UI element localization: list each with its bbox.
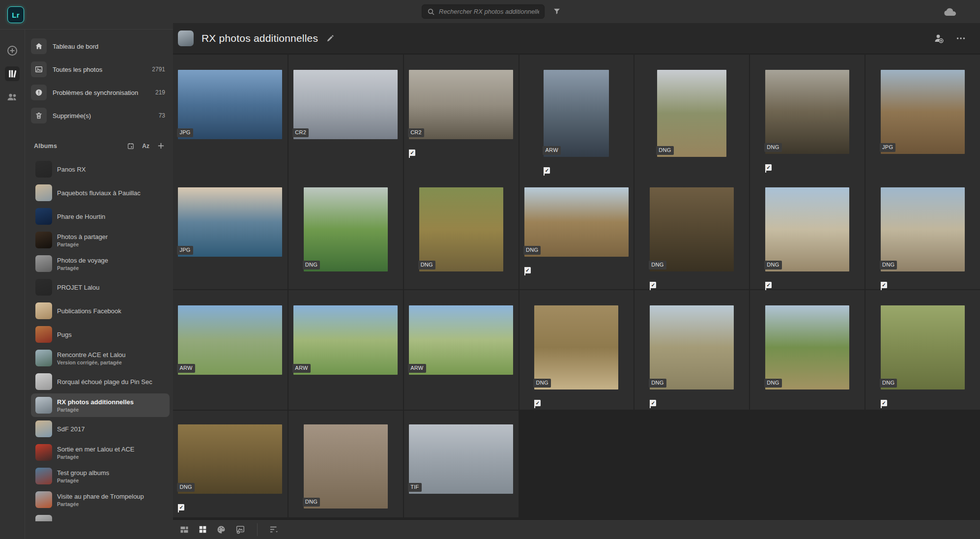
search-input[interactable]: [439, 8, 539, 15]
photo-cell: DNG: [173, 411, 288, 517]
photo-thumbnail[interactable]: DNG: [524, 187, 629, 257]
square-grid-view-button[interactable]: [198, 525, 207, 534]
picked-flag-icon[interactable]: [534, 400, 541, 406]
photo-thumbnail[interactable]: CR2: [409, 70, 513, 139]
sidebar-item-dashboard[interactable]: Tableau de bord: [31, 38, 173, 54]
picked-flag-icon[interactable]: [409, 150, 415, 156]
photo-thumbnail[interactable]: DNG: [304, 424, 388, 509]
album-thumbnail: [35, 302, 52, 319]
album-list-item[interactable]: Pugs: [31, 323, 170, 346]
album-list-item[interactable]: PROJET Lalou: [31, 275, 170, 299]
album-list-item[interactable]: RX photos additionnelles Partagée: [31, 393, 170, 417]
photo-thumbnail[interactable]: DNG: [881, 305, 965, 389]
photo-column: ARW: [544, 70, 609, 174]
photo-column: DNG: [304, 187, 388, 271]
cloud-sync-icon[interactable]: [944, 7, 957, 16]
edit-palette-button[interactable]: [216, 525, 226, 535]
album-list-item[interactable]: Sortie en mer Lalou et ACE Partagée: [31, 441, 170, 464]
albums-sort-az-icon[interactable]: Az: [142, 143, 149, 150]
photo-thumbnail[interactable]: DNG: [765, 305, 849, 389]
album-list-item[interactable]: Rorqual échoué plage du Pin Sec: [31, 370, 170, 393]
photo-thumbnail[interactable]: CR2: [293, 70, 398, 139]
file-type-badge: DNG: [523, 246, 541, 255]
search-bar: [422, 4, 545, 19]
photo-thumbnail[interactable]: DNG: [881, 187, 965, 271]
select-photos-button[interactable]: [235, 525, 246, 535]
more-options-icon[interactable]: [955, 33, 966, 44]
album-subtitle: Partagée: [57, 501, 144, 507]
photo-thumbnail[interactable]: DNG: [419, 187, 503, 271]
photo-thumbnail[interactable]: ARW: [293, 305, 398, 375]
shared-albums-button[interactable]: [5, 90, 20, 104]
photo-thumbnail[interactable]: ARW: [544, 70, 609, 157]
photo-thumbnail[interactable]: ARW: [409, 305, 513, 375]
photo-thumbnail[interactable]: DNG: [650, 305, 734, 389]
album-list-item[interactable]: Publications Facebook: [31, 299, 170, 323]
album-list-item[interactable]: Panos RX: [31, 157, 170, 181]
album-title: Rencontre ACE et Lalou: [57, 351, 125, 359]
album-list-item[interactable]: Rencontre ACE et Lalou Version corrigée,…: [31, 346, 170, 370]
file-type-badge: DNG: [177, 483, 194, 492]
photo-column: TIF: [409, 424, 513, 494]
photo-cell: DNG: [634, 55, 749, 174]
album-list-item[interactable]: Visite au phare de Trompeloup Partagée: [31, 488, 170, 511]
filter-funnel-icon[interactable]: [552, 7, 561, 16]
album-list-item[interactable]: Voile atmosphérique: [31, 511, 170, 521]
file-type-badge: DNG: [418, 261, 435, 270]
photo-thumbnail[interactable]: DNG: [765, 187, 849, 271]
photo-thumbnail[interactable]: JPG: [178, 187, 282, 257]
album-list-item[interactable]: Paquebots fluviaux à Pauillac: [31, 181, 170, 205]
photo-thumbnail[interactable]: JPG: [178, 70, 282, 139]
picked-flag-icon[interactable]: [881, 282, 887, 288]
album-list-item[interactable]: Photos à partager Partagée: [31, 228, 170, 252]
photo-thumbnail[interactable]: DNG: [304, 187, 388, 271]
photo-thumbnail[interactable]: DNG: [178, 424, 282, 494]
photo-column: DNG: [534, 305, 618, 406]
icon-rail: [0, 30, 25, 539]
photo-thumbnail[interactable]: DNG: [534, 305, 618, 389]
photo-thumbnail[interactable]: JPG: [881, 70, 965, 154]
file-type-badge: JPG: [177, 128, 193, 137]
photo-thumbnail[interactable]: DNG: [765, 70, 849, 154]
invite-people-icon[interactable]: [933, 32, 945, 44]
photo-thumbnail[interactable]: DNG: [650, 187, 734, 271]
sort-button[interactable]: [269, 525, 280, 534]
picked-flag-icon[interactable]: [524, 267, 531, 273]
photo-thumbnail[interactable]: ARW: [178, 305, 282, 375]
picked-flag-icon[interactable]: [178, 504, 184, 510]
album-list-item[interactable]: SdF 2017: [31, 417, 170, 441]
albums-add-icon[interactable]: [157, 142, 165, 150]
photo-cell: JPG: [173, 55, 288, 174]
header-actions: [933, 32, 966, 44]
picked-flag-icon[interactable]: [765, 282, 772, 288]
sidebar-item-deleted[interactable]: Supprimée(s) 73: [31, 108, 173, 123]
album-title: Publications Facebook: [57, 307, 121, 315]
library-button[interactable]: [5, 66, 20, 81]
photo-cell: JPG: [865, 55, 980, 174]
sidebar-item-all-photos[interactable]: Toutes les photos 2791: [31, 61, 173, 77]
file-type-badge: ARW: [292, 364, 310, 373]
sidebar-item-sync-issues[interactable]: Problèmes de synchronisation 219: [31, 85, 173, 100]
photo-thumbnail[interactable]: TIF: [409, 424, 513, 494]
photo-cell: ARW: [519, 55, 634, 174]
picked-flag-icon[interactable]: [765, 164, 772, 171]
add-photos-button[interactable]: [5, 43, 20, 58]
mosaic-grid-view-button[interactable]: [179, 525, 189, 535]
albums-date-view-icon[interactable]: [127, 142, 135, 150]
picked-flag-icon[interactable]: [650, 400, 656, 406]
album-thumbnail: [35, 232, 52, 248]
photo-thumbnail[interactable]: DNG: [657, 70, 726, 157]
photo-column: CR2: [293, 70, 398, 139]
album-list-item[interactable]: Photos de voyage Partagée: [31, 252, 170, 275]
file-type-badge: DNG: [303, 498, 320, 507]
edit-title-icon[interactable]: [326, 34, 334, 43]
lightroom-logo[interactable]: Lr: [7, 6, 24, 23]
picked-flag-icon[interactable]: [650, 282, 656, 288]
photo-cell: DNG: [634, 172, 749, 289]
picked-flag-icon[interactable]: [881, 400, 887, 406]
album-list-item[interactable]: Test group albums Partagée: [31, 464, 170, 488]
picked-flag-icon[interactable]: [544, 167, 550, 174]
album-text: Photos à partager Partagée: [57, 233, 108, 247]
album-text: Rorqual échoué plage du Pin Sec: [57, 378, 152, 386]
album-list-item[interactable]: Phare de Hourtin: [31, 205, 170, 228]
